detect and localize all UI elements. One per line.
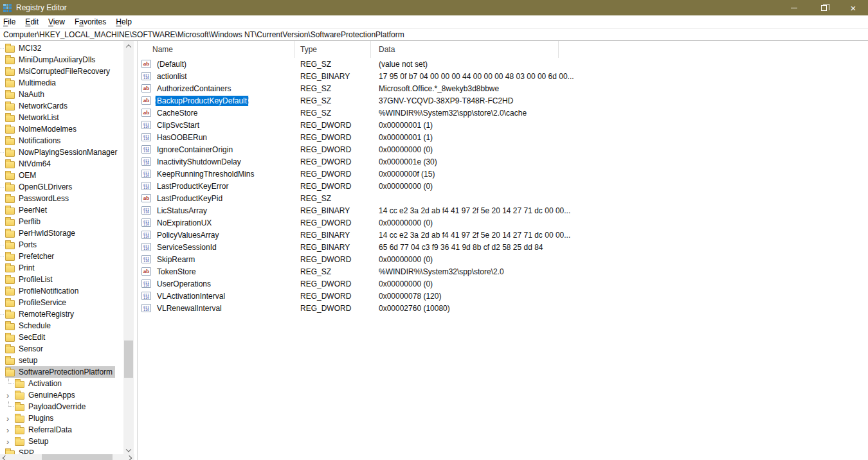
value-name-cell[interactable]: 011110ServiceSessionId [138, 242, 295, 252]
registry-value-row[interactable]: 011110KeepRunningThresholdMinsREG_DWORD0… [138, 168, 868, 180]
tree-item-Schedule[interactable]: Schedule [0, 320, 123, 332]
tree-item-Multimedia[interactable]: Multimedia [0, 77, 123, 89]
registry-value-row[interactable]: 011110ServiceSessionIdREG_BINARY65 6d 77… [138, 241, 868, 253]
expand-chevron-icon[interactable]: › [6, 414, 15, 423]
expand-chevron-icon[interactable]: › [6, 391, 15, 400]
tree-item-OEM[interactable]: OEM [0, 170, 123, 181]
tree-item-Sensor[interactable]: Sensor [0, 343, 123, 355]
registry-value-row[interactable]: 011110actionlistREG_BINARY17 95 0f b7 04… [138, 70, 868, 82]
registry-value-row[interactable]: abTokenStoreREG_SZ%WINDIR%\System32\spp\… [138, 265, 868, 278]
tree-item-Ports[interactable]: ··Ports [0, 239, 123, 251]
menu-edit[interactable]: Edit [25, 17, 39, 26]
registry-value-row[interactable]: 011110InactivityShutdownDelayREG_DWORD0x… [138, 155, 868, 168]
registry-value-row[interactable]: abLastProductKeyPidREG_SZ [138, 192, 868, 204]
value-name-cell[interactable]: 011110UserOperations [138, 279, 295, 289]
value-name-cell[interactable]: 011110KeepRunningThresholdMins [138, 169, 295, 179]
value-name-cell[interactable]: abLastProductKeyPid [138, 193, 295, 204]
tree-item-Activation[interactable]: Activation [0, 378, 123, 389]
tree-item-NolmeModelmes[interactable]: NolmeModelmes [0, 123, 123, 135]
value-name-cell[interactable]: abBackupProductKeyDefault [138, 96, 295, 106]
value-name-cell[interactable]: 011110InactivityShutdownDelay [138, 157, 295, 167]
value-name-cell[interactable]: 011110VLActivationInterval [138, 291, 295, 301]
column-header-type[interactable]: Type [295, 41, 371, 58]
tree-item-Print[interactable]: Print [0, 262, 123, 274]
tree-item-Plugins[interactable]: ›Plugins [0, 412, 123, 424]
value-name-cell[interactable]: 011110actionlist [138, 71, 295, 82]
scroll-up-button[interactable] [123, 41, 134, 51]
tree-vertical-scrollbar[interactable] [123, 41, 134, 456]
registry-value-row[interactable]: 011110ClipSvcStartREG_DWORD0x00000001 (1… [138, 119, 868, 131]
restore-button[interactable] [809, 0, 838, 15]
address-bar[interactable]: Computer\HKEY_LOCAL_MACHINE\SOFTWARE\Mic… [0, 28, 868, 41]
value-name-cell[interactable]: 011110NoExpirationUX [138, 218, 295, 228]
scroll-left-button[interactable] [0, 454, 10, 460]
horizontal-scrollbar-thumb[interactable] [42, 454, 113, 460]
column-header-name[interactable]: Name [138, 41, 295, 58]
value-name-cell[interactable]: abAuthorizedContainers [138, 84, 295, 94]
tree-item-NetworkList[interactable]: NetworkList [0, 112, 123, 123]
tree-item-PerHwIdStorage[interactable]: PerHwIdStorage [0, 227, 123, 239]
menu-help[interactable]: Help [116, 17, 132, 26]
value-name-cell[interactable]: ab(Default) [138, 59, 295, 69]
tree-item-ProfileNotification[interactable]: ProfileNotification [0, 285, 123, 297]
expand-chevron-icon[interactable]: › [6, 438, 15, 446]
registry-value-row[interactable]: abCacheStoreREG_SZ%WINDIR%\System32\spp\… [138, 107, 868, 119]
tree-item-SecEdit[interactable]: SecEdit [0, 332, 123, 343]
tree-item-MsiCorruptedFileRecovery[interactable]: MsiCorruptedFileRecovery [0, 66, 123, 77]
tree-item-NaAuth[interactable]: NaAuth [0, 89, 123, 100]
tree-item-GenuineApps[interactable]: ›GenuineApps [0, 389, 123, 401]
tree-item-MiniDumpAuxiliaryDlls[interactable]: MiniDumpAuxiliaryDlls [0, 54, 123, 66]
tree-item-PayloadOverride[interactable]: PayloadOverride [0, 401, 123, 412]
column-header-data[interactable]: Data [371, 41, 559, 58]
menu-favorites[interactable]: Favorites [75, 17, 106, 26]
tree-item-SoftwareProtectionPlatform[interactable]: SoftwareProtectionPlatform [0, 366, 123, 378]
value-name-cell[interactable]: abCacheStore [138, 108, 295, 118]
tree-item-ProfileService[interactable]: ProfileService [0, 297, 123, 308]
tree-item-NetworkCards[interactable]: NetworkCards [0, 100, 123, 112]
value-name-cell[interactable]: 011110LastProductKeyError [138, 181, 295, 191]
registry-value-row[interactable]: 011110PolicyValuesArrayREG_BINARY14 cc e… [138, 229, 868, 241]
tree-item-Prefetcher[interactable]: ··Prefetcher [0, 251, 123, 262]
registry-value-row[interactable]: 011110NoExpirationUXREG_DWORD0x00000000 … [138, 217, 868, 229]
registry-value-row[interactable]: 011110LicStatusArrayREG_BINARY14 cc e2 3… [138, 204, 868, 217]
tree-item-PasswordLess[interactable]: PasswordLess [0, 193, 123, 204]
minimize-button[interactable] [779, 0, 809, 15]
value-name-cell[interactable]: 011110SkipRearm [138, 254, 295, 265]
tree-item-NowPlayingSessionManager[interactable]: ··NowPlayingSessionManager [0, 146, 123, 158]
menu-view[interactable]: View [48, 17, 65, 26]
expand-chevron-icon[interactable]: › [6, 426, 15, 434]
registry-value-row[interactable]: 011110HasOOBERunREG_DWORD0x00000001 (1) [138, 131, 868, 143]
registry-value-row[interactable]: 011110VLRenewalIntervalREG_DWORD0x000027… [138, 302, 868, 314]
tree-item-NtVdm64[interactable]: NtVdm64 [0, 158, 123, 170]
vertical-scrollbar-thumb[interactable] [124, 341, 133, 378]
tree-item-MCI32[interactable]: ··MCI32 [0, 42, 123, 54]
tree-item-ReferralData[interactable]: ›ReferralData [0, 424, 123, 436]
tree-item-ProfileList[interactable]: ProfileList [0, 274, 123, 285]
registry-value-row[interactable]: ab(Default)REG_SZ(value not set) [138, 58, 868, 70]
tree-item-OpenGLDrivers[interactable]: ··OpenGLDrivers [0, 181, 123, 193]
scroll-right-button[interactable] [124, 454, 134, 460]
registry-value-row[interactable]: 011110UserOperationsREG_DWORD0x00000000 … [138, 278, 868, 290]
registry-value-row[interactable]: abAuthorizedContainersREG_SZMicrosoft.Of… [138, 82, 868, 94]
menu-file[interactable]: File [3, 17, 15, 26]
close-button[interactable]: × [838, 0, 868, 15]
value-name-cell[interactable]: 011110ClipSvcStart [138, 120, 295, 130]
tree-item-PeerNet[interactable]: PeerNet [0, 204, 123, 216]
registry-value-row[interactable]: 011110SkipRearmREG_DWORD0x00000000 (0) [138, 253, 868, 265]
tree-item-Notifications[interactable]: Notifications [0, 135, 123, 146]
tree-item-setup[interactable]: setup [0, 355, 123, 366]
registry-value-row[interactable]: abBackupProductKeyDefaultREG_SZ37GNV-YCQ… [138, 94, 868, 107]
value-name-cell[interactable]: 011110IgnoreContainerOrigin [138, 145, 295, 155]
value-name-cell[interactable]: 011110LicStatusArray [138, 206, 295, 216]
registry-value-row[interactable]: 011110LastProductKeyErrorREG_DWORD0x0000… [138, 180, 868, 192]
tree-horizontal-scrollbar[interactable] [0, 454, 134, 460]
registry-value-row[interactable]: 011110IgnoreContainerOriginREG_DWORD0x00… [138, 143, 868, 155]
value-name-cell[interactable]: 011110VLRenewalInterval [138, 303, 295, 314]
tree-item-Setup[interactable]: ›Setup [0, 436, 123, 447]
tree-item-Perflib[interactable]: Perflib [0, 216, 123, 227]
registry-value-row[interactable]: 011110VLActivationIntervalREG_DWORD0x000… [138, 290, 868, 302]
value-name-cell[interactable]: 011110PolicyValuesArray [138, 230, 295, 240]
value-name-cell[interactable]: 011110HasOOBERun [138, 132, 295, 143]
tree-item-RemoteRegistry[interactable]: ··RemoteRegistry [0, 308, 123, 320]
value-name-cell[interactable]: abTokenStore [138, 267, 295, 277]
